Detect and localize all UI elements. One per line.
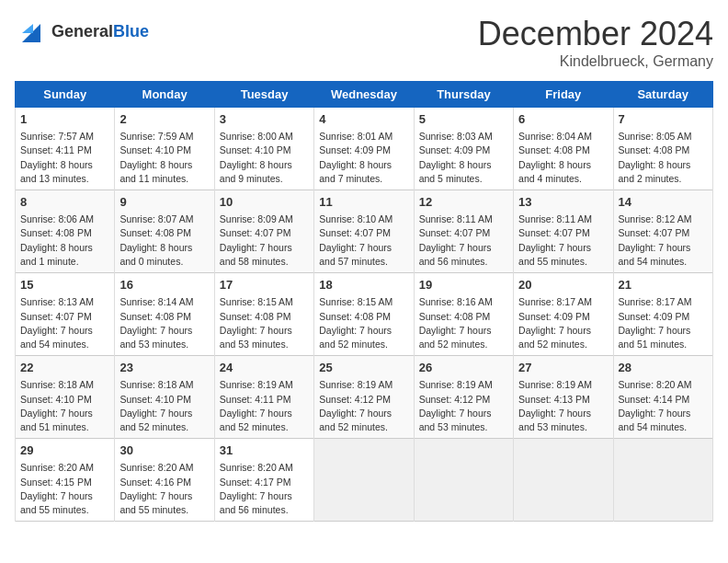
day-number: 24 xyxy=(220,360,309,376)
calendar-cell: 20Sunrise: 8:17 AM Sunset: 4:09 PM Dayli… xyxy=(514,273,613,356)
day-number: 17 xyxy=(220,277,309,293)
day-number: 5 xyxy=(419,111,508,128)
calendar-cell: 7Sunrise: 8:05 AM Sunset: 4:08 PM Daylig… xyxy=(613,108,712,190)
week-row-5: 29Sunrise: 8:20 AM Sunset: 4:15 PM Dayli… xyxy=(16,439,713,522)
day-info: Sunrise: 8:19 AM Sunset: 4:11 PM Dayligh… xyxy=(220,378,309,434)
day-number: 31 xyxy=(220,442,309,459)
title-area: December 2024 Kindelbrueck, Germany xyxy=(478,15,713,70)
day-number: 9 xyxy=(119,194,209,211)
calendar-cell: 15Sunrise: 8:13 AM Sunset: 4:07 PM Dayli… xyxy=(16,273,115,356)
calendar-cell: 25Sunrise: 8:19 AM Sunset: 4:12 PM Dayli… xyxy=(314,356,414,439)
day-number: 7 xyxy=(619,111,708,128)
calendar-cell: 16Sunrise: 8:14 AM Sunset: 4:08 PM Dayli… xyxy=(115,273,214,356)
logo-icon xyxy=(15,15,48,48)
day-info: Sunrise: 8:19 AM Sunset: 4:12 PM Dayligh… xyxy=(319,378,408,434)
day-info: Sunrise: 8:03 AM Sunset: 4:09 PM Dayligh… xyxy=(419,130,508,186)
calendar-cell: 4Sunrise: 8:01 AM Sunset: 4:09 PM Daylig… xyxy=(314,108,414,190)
calendar-cell: 28Sunrise: 8:20 AM Sunset: 4:14 PM Dayli… xyxy=(613,356,712,439)
day-number: 4 xyxy=(319,111,408,128)
day-number: 18 xyxy=(319,277,408,293)
day-number: 23 xyxy=(119,360,209,376)
day-number: 13 xyxy=(518,194,608,211)
calendar-cell xyxy=(613,439,712,522)
day-info: Sunrise: 8:20 AM Sunset: 4:14 PM Dayligh… xyxy=(619,378,708,434)
day-header-sunday: Sunday xyxy=(16,82,115,108)
calendar-cell: 9Sunrise: 8:07 AM Sunset: 4:08 PM Daylig… xyxy=(115,190,214,273)
day-info: Sunrise: 8:04 AM Sunset: 4:08 PM Dayligh… xyxy=(518,130,608,186)
logo: GeneralBlue xyxy=(15,15,149,48)
day-number: 10 xyxy=(220,194,309,211)
calendar-cell: 8Sunrise: 8:06 AM Sunset: 4:08 PM Daylig… xyxy=(16,190,115,273)
day-number: 6 xyxy=(518,111,608,128)
calendar-cell: 19Sunrise: 8:16 AM Sunset: 4:08 PM Dayli… xyxy=(414,273,513,356)
day-info: Sunrise: 8:11 AM Sunset: 4:07 PM Dayligh… xyxy=(518,213,608,269)
location-title: Kindelbrueck, Germany xyxy=(478,53,713,70)
week-row-2: 8Sunrise: 8:06 AM Sunset: 4:08 PM Daylig… xyxy=(16,190,713,273)
day-info: Sunrise: 8:19 AM Sunset: 4:13 PM Dayligh… xyxy=(518,378,608,434)
day-number: 25 xyxy=(319,360,408,376)
day-number: 21 xyxy=(619,277,708,293)
header: GeneralBlue December 2024 Kindelbrueck, … xyxy=(15,15,713,70)
day-number: 26 xyxy=(419,360,508,376)
day-info: Sunrise: 8:11 AM Sunset: 4:07 PM Dayligh… xyxy=(419,213,508,269)
day-header-thursday: Thursday xyxy=(414,82,513,108)
day-number: 19 xyxy=(419,277,508,293)
calendar-cell xyxy=(514,439,613,522)
logo-blue-text: Blue xyxy=(113,22,149,40)
day-info: Sunrise: 8:06 AM Sunset: 4:08 PM Dayligh… xyxy=(20,213,109,269)
calendar-cell xyxy=(314,439,414,522)
day-info: Sunrise: 8:05 AM Sunset: 4:08 PM Dayligh… xyxy=(619,130,708,186)
day-number: 27 xyxy=(518,360,608,376)
calendar-cell: 13Sunrise: 8:11 AM Sunset: 4:07 PM Dayli… xyxy=(514,190,613,273)
day-number: 30 xyxy=(119,442,209,459)
day-number: 8 xyxy=(20,194,109,211)
day-info: Sunrise: 8:13 AM Sunset: 4:07 PM Dayligh… xyxy=(20,295,109,351)
day-info: Sunrise: 8:16 AM Sunset: 4:08 PM Dayligh… xyxy=(419,295,508,351)
calendar-cell: 12Sunrise: 8:11 AM Sunset: 4:07 PM Dayli… xyxy=(414,190,513,273)
calendar-cell: 2Sunrise: 7:59 AM Sunset: 4:10 PM Daylig… xyxy=(115,108,214,190)
day-info: Sunrise: 8:18 AM Sunset: 4:10 PM Dayligh… xyxy=(20,378,109,434)
day-number: 28 xyxy=(619,360,708,376)
day-number: 1 xyxy=(20,111,109,128)
day-number: 3 xyxy=(220,111,309,128)
calendar-cell xyxy=(414,439,513,522)
day-info: Sunrise: 8:17 AM Sunset: 4:09 PM Dayligh… xyxy=(518,295,608,351)
day-header-friday: Friday xyxy=(514,82,613,108)
day-info: Sunrise: 8:09 AM Sunset: 4:07 PM Dayligh… xyxy=(220,213,309,269)
day-info: Sunrise: 8:15 AM Sunset: 4:08 PM Dayligh… xyxy=(319,295,408,351)
day-info: Sunrise: 8:10 AM Sunset: 4:07 PM Dayligh… xyxy=(319,213,408,269)
day-info: Sunrise: 8:18 AM Sunset: 4:10 PM Dayligh… xyxy=(119,378,209,434)
day-header-monday: Monday xyxy=(115,82,214,108)
calendar-cell: 14Sunrise: 8:12 AM Sunset: 4:07 PM Dayli… xyxy=(613,190,712,273)
calendar-cell: 27Sunrise: 8:19 AM Sunset: 4:13 PM Dayli… xyxy=(514,356,613,439)
day-number: 2 xyxy=(119,111,209,128)
day-info: Sunrise: 8:14 AM Sunset: 4:08 PM Dayligh… xyxy=(119,295,209,351)
calendar-cell: 21Sunrise: 8:17 AM Sunset: 4:09 PM Dayli… xyxy=(613,273,712,356)
calendar-table: SundayMondayTuesdayWednesdayThursdayFrid… xyxy=(15,81,713,522)
day-info: Sunrise: 8:19 AM Sunset: 4:12 PM Dayligh… xyxy=(419,378,508,434)
day-number: 11 xyxy=(319,194,408,211)
calendar-cell: 10Sunrise: 8:09 AM Sunset: 4:07 PM Dayli… xyxy=(214,190,313,273)
calendar-cell: 11Sunrise: 8:10 AM Sunset: 4:07 PM Dayli… xyxy=(314,190,414,273)
month-title: December 2024 xyxy=(478,15,713,53)
calendar-cell: 17Sunrise: 8:15 AM Sunset: 4:08 PM Dayli… xyxy=(214,273,313,356)
day-info: Sunrise: 8:12 AM Sunset: 4:07 PM Dayligh… xyxy=(619,213,708,269)
logo-general-text: General xyxy=(51,22,113,40)
day-number: 14 xyxy=(619,194,708,211)
calendar-cell: 6Sunrise: 8:04 AM Sunset: 4:08 PM Daylig… xyxy=(514,108,613,190)
calendar-cell: 24Sunrise: 8:19 AM Sunset: 4:11 PM Dayli… xyxy=(214,356,313,439)
day-info: Sunrise: 7:57 AM Sunset: 4:11 PM Dayligh… xyxy=(20,130,109,186)
day-info: Sunrise: 8:07 AM Sunset: 4:08 PM Dayligh… xyxy=(119,213,209,269)
day-info: Sunrise: 8:01 AM Sunset: 4:09 PM Dayligh… xyxy=(319,130,408,186)
svg-marker-2 xyxy=(22,24,33,33)
day-info: Sunrise: 8:17 AM Sunset: 4:09 PM Dayligh… xyxy=(619,295,708,351)
day-info: Sunrise: 7:59 AM Sunset: 4:10 PM Dayligh… xyxy=(119,130,209,186)
calendar-cell: 31Sunrise: 8:20 AM Sunset: 4:17 PM Dayli… xyxy=(214,439,313,522)
calendar-cell: 1Sunrise: 7:57 AM Sunset: 4:11 PM Daylig… xyxy=(16,108,115,190)
day-info: Sunrise: 8:15 AM Sunset: 4:08 PM Dayligh… xyxy=(220,295,309,351)
day-number: 15 xyxy=(20,277,109,293)
calendar-cell: 22Sunrise: 8:18 AM Sunset: 4:10 PM Dayli… xyxy=(16,356,115,439)
day-number: 16 xyxy=(119,277,209,293)
day-header-tuesday: Tuesday xyxy=(214,82,313,108)
day-info: Sunrise: 8:20 AM Sunset: 4:15 PM Dayligh… xyxy=(20,461,109,517)
